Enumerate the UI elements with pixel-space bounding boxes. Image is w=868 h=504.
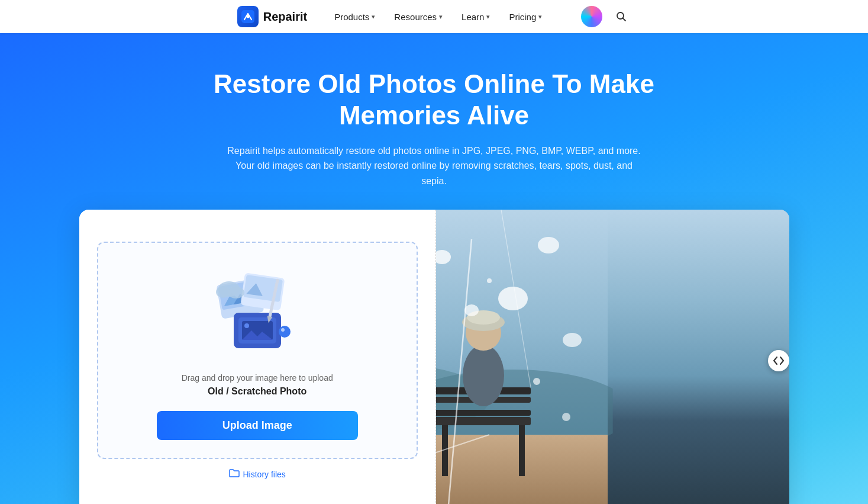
main-card: Drag and drop your image here to upload … xyxy=(79,210,789,504)
svg-point-19 xyxy=(281,328,285,332)
avatar[interactable] xyxy=(581,6,602,27)
hero-subtitle: Repairit helps automatically restore old… xyxy=(227,143,641,189)
svg-point-53 xyxy=(464,304,479,316)
bench-scene xyxy=(436,210,612,504)
svg-rect-30 xyxy=(436,417,531,425)
hero-section: Restore Old Photos Online To Make Memori… xyxy=(0,33,868,504)
svg-point-14 xyxy=(244,323,249,328)
history-files-link[interactable]: History files xyxy=(229,468,286,480)
chevron-down-icon: ▾ xyxy=(486,13,490,21)
svg-point-39 xyxy=(463,345,504,406)
upload-dropzone[interactable]: Drag and drop your image here to upload … xyxy=(97,242,418,459)
svg-point-22 xyxy=(228,287,244,298)
hero-title: Restore Old Photos Online To Make Memori… xyxy=(168,69,701,131)
nav-resources[interactable]: Resources ▾ xyxy=(386,7,451,27)
nav-right xyxy=(581,6,631,27)
nav-learn[interactable]: Learn ▾ xyxy=(453,7,498,27)
search-button[interactable] xyxy=(612,7,631,26)
svg-point-61 xyxy=(562,413,570,421)
svg-point-51 xyxy=(538,237,559,253)
svg-point-18 xyxy=(279,326,291,338)
drag-text: Drag and drop your image here to upload xyxy=(182,373,333,383)
history-label: History files xyxy=(243,470,286,479)
chevron-down-icon: ▾ xyxy=(538,13,542,21)
svg-point-59 xyxy=(533,378,540,385)
svg-rect-29 xyxy=(519,423,525,476)
chevron-down-icon: ▾ xyxy=(372,13,375,21)
upload-illustration xyxy=(210,267,305,361)
svg-rect-31 xyxy=(436,410,531,416)
photo-panel xyxy=(436,210,789,504)
logo-text: Repairit xyxy=(263,10,307,24)
photo-type-text: Old / Scratched Photo xyxy=(208,386,306,397)
svg-point-1 xyxy=(246,15,249,18)
image-comparison-slider[interactable] xyxy=(768,350,789,371)
svg-line-3 xyxy=(623,18,626,21)
svg-point-54 xyxy=(563,333,582,347)
upload-image-button[interactable]: Upload Image xyxy=(157,411,358,440)
svg-point-50 xyxy=(498,287,528,310)
nav-pricing[interactable]: Pricing ▾ xyxy=(501,7,550,27)
folder-icon xyxy=(229,468,240,480)
logo-link[interactable]: Repairit xyxy=(237,6,307,27)
chevron-down-icon: ▾ xyxy=(439,13,443,21)
svg-point-60 xyxy=(487,278,492,283)
nav-products[interactable]: Products ▾ xyxy=(326,7,383,27)
logo-icon xyxy=(237,6,259,27)
upload-panel: Drag and drop your image here to upload … xyxy=(79,210,436,504)
nav-links: Products ▾ Resources ▾ Learn ▾ Pricing ▾ xyxy=(326,7,550,27)
navbar: Repairit Products ▾ Resources ▾ Learn ▾ … xyxy=(0,0,868,33)
